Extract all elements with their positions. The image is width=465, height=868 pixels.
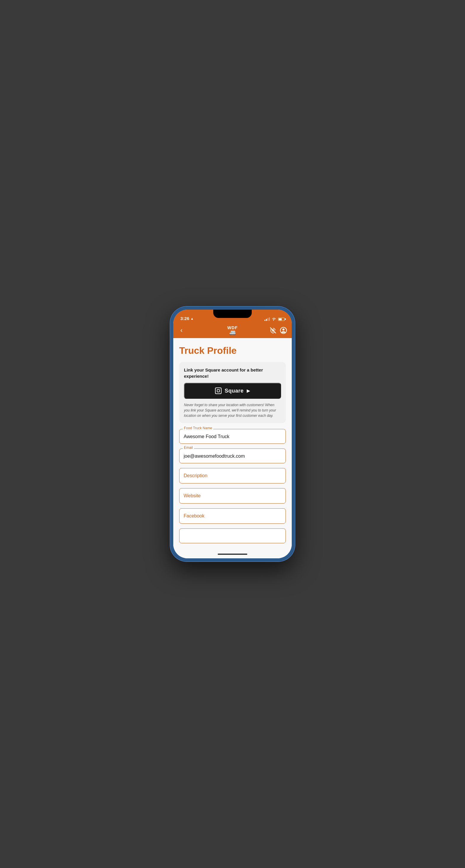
email-label: Email [183,445,194,450]
email-input[interactable] [179,448,286,463]
facebook-input[interactable] [179,508,286,524]
location-arrow-icon: ▲ [191,317,194,320]
back-button[interactable]: ‹ [178,324,185,337]
website-input[interactable] [179,488,286,503]
phone-frame: 3:26 ▲ [170,307,295,561]
nav-logo: WDF 🚐 [228,326,238,335]
location-off-icon [270,327,276,334]
page-title: Truck Profile [179,345,286,356]
food-truck-name-field-wrapper: Food Truck Name [179,429,286,444]
signal-icon [264,317,270,321]
nav-right-icons [270,327,287,334]
other-field-wrapper [179,528,286,543]
content-area: Truck Profile Link your Square account f… [173,338,292,550]
square-card: Link your Square account for a better ex… [179,362,286,423]
email-field-wrapper: Email [179,448,286,463]
other-input[interactable] [179,528,286,543]
home-bar [218,554,247,555]
svg-point-2 [283,329,285,331]
square-logo-icon [215,388,222,394]
description-field-wrapper [179,468,286,484]
home-indicator [173,550,292,558]
nav-bar: ‹ WDF 🚐 [173,323,292,338]
status-icons [264,317,285,321]
square-link-button[interactable]: Square ▶ [184,383,281,399]
notch [213,310,252,318]
status-time: 3:26 ▲ [180,316,194,321]
food-truck-name-label: Food Truck Name [183,426,213,430]
square-card-note: Never forget to share your location with… [184,402,281,418]
square-button-text: Square [225,388,243,394]
website-field-wrapper [179,488,286,503]
person-icon [280,327,287,334]
logo-text: WDF [228,326,238,330]
facebook-field-wrapper [179,508,286,524]
food-truck-name-input[interactable] [179,429,286,444]
battery-icon [278,318,285,321]
wifi-icon [271,317,276,321]
truck-icon: 🚐 [229,330,236,335]
phone-screen: 3:26 ▲ [173,310,292,558]
description-input[interactable] [179,468,286,484]
square-card-title: Link your Square account for a better ex… [184,367,281,379]
square-button-arrow: ▶ [247,389,250,393]
time-display: 3:26 [180,316,189,321]
